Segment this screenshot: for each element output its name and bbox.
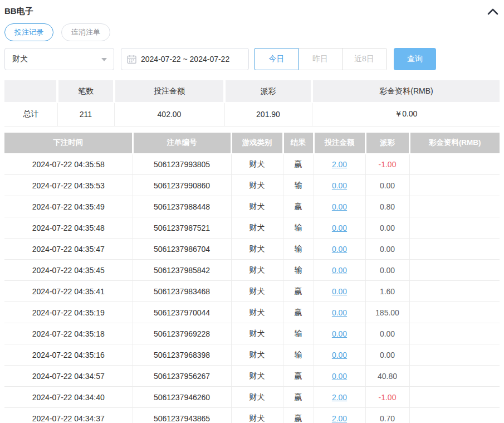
bet-amount-link[interactable]: 0.00 xyxy=(332,372,347,381)
cell-payout: 0.00 xyxy=(365,239,409,260)
cell-bet-amount: 0.00 xyxy=(314,323,365,344)
summary-total-row: 总计 211 402.00 201.90 ￥0.00 xyxy=(4,103,500,126)
cell-payout: 185.00 xyxy=(365,302,409,323)
cell-bet-time: 2024-07-22 04:34:37 xyxy=(4,408,133,423)
bet-amount-link[interactable]: 0.00 xyxy=(332,245,347,254)
cell-bet-time: 2024-07-22 04:35:58 xyxy=(4,154,133,175)
cell-payout: 0.00 xyxy=(365,323,409,344)
cell-bet-id: 5061237956267 xyxy=(133,366,231,387)
cell-bet-id: 5061237968398 xyxy=(133,344,231,366)
summary-total-payout: 201.90 xyxy=(224,103,312,126)
bet-table-body: 2024-07-22 04:35:58 5061237993805 财犬 赢 2… xyxy=(4,154,500,423)
col-header-game-type: 游戏类别 xyxy=(231,133,283,154)
cell-bet-amount: 0.00 xyxy=(314,217,365,239)
cell-bet-amount: 0.00 xyxy=(314,196,365,217)
cell-bet-time: 2024-07-22 04:35:18 xyxy=(4,323,133,344)
col-header-bet-amount: 投注金额 xyxy=(314,133,365,154)
bet-amount-link[interactable]: 0.00 xyxy=(332,287,347,296)
bet-amount-link[interactable]: 2.00 xyxy=(332,393,347,402)
col-header-result: 结果 xyxy=(283,133,314,154)
bet-amount-link[interactable]: 0.00 xyxy=(332,308,347,317)
table-row: 2024-07-22 04:35:48 5061237987521 财犬 输 0… xyxy=(4,217,500,239)
cell-bet-amount: 2.00 xyxy=(314,408,365,423)
cell-bet-time: 2024-07-22 04:35:19 xyxy=(4,302,133,323)
tab-bet-records[interactable]: 投注记录 xyxy=(4,23,53,41)
cell-bet-time: 2024-07-22 04:35:45 xyxy=(4,260,133,281)
cell-payout: 1.60 xyxy=(365,281,409,302)
quick-date-filters: 今日 昨日 近8日 xyxy=(255,48,386,70)
panel-header: BB电子 xyxy=(4,0,500,20)
bet-amount-link[interactable]: 0.00 xyxy=(332,223,347,232)
cell-payout: 0.70 xyxy=(365,408,409,423)
bet-table: 下注时间 注单编号 游戏类别 结果 投注金额 派彩 彩金资料(RMB) 2024… xyxy=(4,133,500,423)
cell-game-type: 财犬 xyxy=(231,154,283,175)
cell-bonus xyxy=(409,260,500,281)
summary-table: 笔数 投注金额 派彩 彩金资料(RMB) 总计 211 402.00 201.9… xyxy=(4,80,500,127)
tab-cancelled-bets[interactable]: 连消注单 xyxy=(61,23,110,41)
cell-payout: 0.00 xyxy=(365,344,409,366)
cell-bet-id: 5061237987521 xyxy=(133,217,231,239)
cell-bet-id: 5061237983468 xyxy=(133,281,231,302)
cell-bet-id: 5061237986704 xyxy=(133,239,231,260)
chevron-down-icon xyxy=(101,58,107,61)
table-row: 2024-07-22 04:35:47 5061237986704 财犬 输 0… xyxy=(4,239,500,260)
quick-filter-last-8-days[interactable]: 近8日 xyxy=(342,48,386,70)
bet-amount-link[interactable]: 0.00 xyxy=(332,351,347,359)
bet-amount-link[interactable]: 0.00 xyxy=(332,329,347,338)
game-select[interactable]: 财犬 xyxy=(4,48,114,70)
bet-amount-link[interactable]: 0.00 xyxy=(332,181,347,190)
summary-header-count: 笔数 xyxy=(57,80,114,103)
search-button[interactable]: 查询 xyxy=(394,48,436,70)
cell-bonus xyxy=(409,408,500,423)
cell-bet-time: 2024-07-22 04:35:48 xyxy=(4,217,133,239)
cell-bet-amount: 0.00 xyxy=(314,344,365,366)
cell-bonus xyxy=(409,344,500,366)
cell-result: 赢 xyxy=(283,196,314,217)
cell-payout: -1.00 xyxy=(365,154,409,175)
cell-bet-id: 5061237993805 xyxy=(133,154,231,175)
cell-payout: 0.00 xyxy=(365,217,409,239)
col-header-payout: 派彩 xyxy=(365,133,409,154)
summary-header-payout: 派彩 xyxy=(224,80,312,103)
cell-result: 输 xyxy=(283,323,314,344)
summary-header-row: 笔数 投注金额 派彩 彩金资料(RMB) xyxy=(4,80,500,103)
bet-amount-link[interactable]: 0.00 xyxy=(332,266,347,275)
cell-bet-amount: 0.00 xyxy=(314,302,365,323)
quick-filter-today[interactable]: 今日 xyxy=(255,48,299,70)
filter-toolbar: 财犬 2024-07-22 ~ 2024-07-22 今日 昨日 近8日 查询 xyxy=(4,48,500,70)
cell-bet-id: 5061237985842 xyxy=(133,260,231,281)
cell-payout: 0.80 xyxy=(365,196,409,217)
cell-bet-amount: 0.00 xyxy=(314,260,365,281)
cell-bet-id: 5061237943865 xyxy=(133,408,231,423)
bet-amount-link[interactable]: 2.00 xyxy=(332,160,347,169)
quick-filter-yesterday[interactable]: 昨日 xyxy=(299,48,342,70)
cell-bet-id: 5061237969228 xyxy=(133,323,231,344)
cell-bet-id: 5061237970044 xyxy=(133,302,231,323)
summary-header-bet-amount: 投注金额 xyxy=(114,80,224,103)
table-row: 2024-07-22 04:34:37 5061237943865 财犬 赢 2… xyxy=(4,408,500,423)
cell-bet-amount: 0.00 xyxy=(314,239,365,260)
bet-table-header-row: 下注时间 注单编号 游戏类别 结果 投注金额 派彩 彩金资料(RMB) xyxy=(4,133,500,154)
cell-result: 输 xyxy=(283,217,314,239)
table-row: 2024-07-22 04:34:40 5061237946260 财犬 赢 2… xyxy=(4,387,500,408)
cell-bonus xyxy=(409,154,500,175)
cell-payout: 0.00 xyxy=(365,175,409,196)
cell-result: 赢 xyxy=(283,281,314,302)
table-row: 2024-07-22 04:35:45 5061237985842 财犬 输 0… xyxy=(4,260,500,281)
collapse-chevron-up-icon[interactable] xyxy=(487,8,500,16)
summary-total-label: 总计 xyxy=(4,103,57,126)
tab-bar: 投注记录 连消注单 xyxy=(4,23,500,41)
cell-game-type: 财犬 xyxy=(231,344,283,366)
bet-amount-link[interactable]: 0.00 xyxy=(332,202,347,211)
table-row: 2024-07-22 04:34:57 5061237956267 财犬 赢 0… xyxy=(4,366,500,387)
table-row: 2024-07-22 04:35:19 5061237970044 财犬 赢 0… xyxy=(4,302,500,323)
bet-amount-link[interactable]: 2.00 xyxy=(332,414,347,423)
date-range-picker[interactable]: 2024-07-22 ~ 2024-07-22 xyxy=(121,48,249,70)
cell-bonus xyxy=(409,175,500,196)
cell-game-type: 财犬 xyxy=(231,239,283,260)
cell-bonus xyxy=(409,302,500,323)
game-select-value: 财犬 xyxy=(12,54,28,64)
cell-bet-id: 5061237946260 xyxy=(133,387,231,408)
cell-bonus xyxy=(409,196,500,217)
cell-bet-time: 2024-07-22 04:35:53 xyxy=(4,175,133,196)
